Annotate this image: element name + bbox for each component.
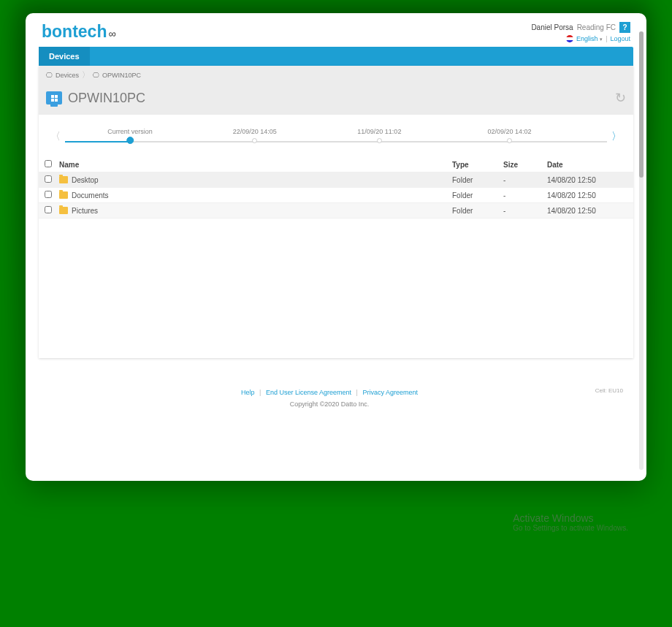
footer-copyright: Copyright ©2020 Datto Inc. (26, 400, 633, 408)
table-row[interactable]: PicturesFolder-14/08/20 12:50 (39, 203, 633, 218)
timeline-point[interactable]: 02/09/20 14:02 (487, 128, 531, 143)
device-icon: 🖵 (93, 72, 99, 79)
timeline-label: 22/09/20 14:05 (233, 128, 277, 135)
monitor-icon (46, 91, 62, 104)
table-row[interactable]: DocumentsFolder-14/08/20 12:50 (39, 188, 633, 203)
file-type: Folder (452, 207, 503, 215)
table-header: Name Type Size Date (39, 157, 633, 172)
col-type[interactable]: Type (452, 161, 503, 169)
file-date: 14/08/20 12:50 (547, 207, 627, 215)
footer: Help | End User License Agreement | Priv… (26, 389, 633, 408)
logout-link[interactable]: Logout (610, 35, 630, 42)
breadcrumb: 🖵 Devices 〉 🖵 OPWIN10PC (39, 66, 633, 84)
main-panel: 🖵 Devices 〉 🖵 OPWIN10PC OPWIN10PC ↻ 〈 (39, 66, 633, 358)
breadcrumb-root[interactable]: Devices (56, 72, 79, 79)
language-dropdown[interactable]: English ▾ (576, 35, 603, 42)
timeline-point[interactable]: Current version (107, 128, 153, 144)
row-checkbox[interactable] (45, 206, 52, 213)
col-date[interactable]: Date (547, 161, 627, 169)
app-window: bontech ∞ Daniel Porsa Reading FC ? Engl… (26, 13, 646, 481)
activate-windows-watermark: Activate Windows Go to Settings to activ… (513, 512, 628, 532)
timeline-point[interactable]: 11/09/20 11:02 (357, 128, 401, 143)
user-name: Daniel Porsa (531, 23, 573, 31)
windows-icon (51, 95, 58, 102)
folder-icon (59, 191, 68, 199)
chevron-down-icon: ▾ (600, 37, 603, 42)
logo-icon: ∞ (108, 28, 115, 39)
folder-icon (59, 207, 68, 214)
table-row[interactable]: DesktopFolder-14/08/20 12:50 (39, 172, 633, 188)
file-size: - (503, 207, 547, 215)
footer-cell: Cell: EU10 (595, 387, 623, 394)
file-size: - (503, 176, 547, 184)
watermark-title: Activate Windows (513, 512, 628, 524)
timeline-label: 02/09/20 14:02 (487, 128, 531, 135)
timeline-dot[interactable] (377, 138, 382, 143)
file-name: Pictures (72, 207, 98, 215)
tab-label: Devices (49, 52, 80, 61)
device-icon: 🖵 (46, 72, 53, 79)
header: bontech ∞ Daniel Porsa Reading FC ? Engl… (39, 13, 633, 47)
tab-devices[interactable]: Devices (39, 47, 90, 66)
logo-text: bontech (42, 22, 107, 42)
select-all-checkbox[interactable] (45, 160, 52, 167)
nav-tabs: Devices (39, 47, 633, 66)
file-name: Documents (72, 191, 109, 200)
team-name: Reading FC (577, 23, 616, 31)
separator: | (606, 35, 607, 42)
file-name: Desktop (72, 176, 99, 184)
footer-help[interactable]: Help (241, 389, 255, 396)
row-checkbox[interactable] (45, 191, 52, 198)
header-right: Daniel Porsa Reading FC ? English ▾ | Lo… (531, 22, 630, 42)
watermark-subtitle: Go to Settings to activate Windows. (513, 524, 628, 532)
refresh-icon[interactable]: ↻ (615, 90, 626, 106)
timeline-point[interactable]: 22/09/20 14:05 (233, 128, 277, 143)
file-date: 14/08/20 12:50 (547, 191, 627, 200)
file-size: - (503, 191, 547, 200)
breadcrumb-current[interactable]: OPWIN10PC (102, 72, 141, 79)
footer-privacy[interactable]: Privacy Agreement (362, 389, 418, 396)
file-date: 14/08/20 12:50 (547, 176, 627, 184)
folder-icon (59, 176, 68, 183)
file-type: Folder (452, 176, 503, 184)
timeline-dot[interactable] (126, 137, 134, 144)
footer-eula[interactable]: End User License Agreement (266, 389, 351, 396)
file-type: Folder (452, 191, 503, 200)
timeline-label: 11/09/20 11:02 (357, 128, 401, 135)
timeline-label: Current version (107, 128, 153, 135)
logo[interactable]: bontech ∞ (42, 22, 115, 42)
timeline-dot[interactable] (252, 138, 257, 143)
row-checkbox[interactable] (45, 175, 52, 183)
col-name[interactable]: Name (59, 161, 452, 169)
timeline-prev[interactable]: 〈 (46, 130, 65, 143)
help-button[interactable]: ? (619, 22, 630, 33)
chevron-right-icon: 〉 (82, 69, 90, 80)
timeline-next[interactable]: 〉 (607, 130, 626, 143)
file-table: Name Type Size Date DesktopFolder-14/08/… (39, 157, 633, 218)
device-title-bar: OPWIN10PC ↻ (39, 84, 633, 115)
timeline-dot[interactable] (507, 138, 512, 143)
flag-icon (566, 35, 573, 42)
version-timeline: 〈 Current version22/09/20 14:0511/09/20 … (39, 115, 633, 157)
timeline-track[interactable]: Current version22/09/20 14:0511/09/20 11… (65, 128, 607, 145)
col-size[interactable]: Size (503, 161, 547, 169)
device-title: OPWIN10PC (68, 91, 145, 106)
